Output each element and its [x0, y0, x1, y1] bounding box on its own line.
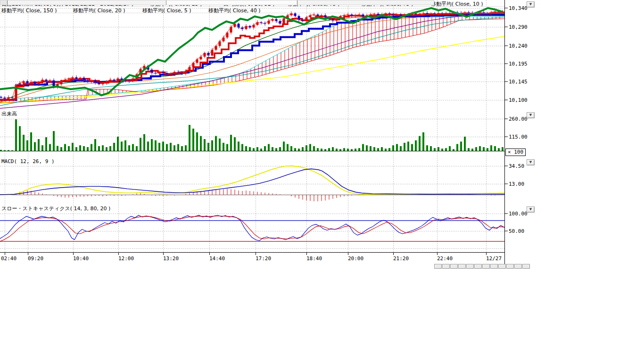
macd-panel-dropdown-button[interactable]: ▼ — [527, 159, 535, 165]
cloud-senkou-a-line — [0, 16, 504, 100]
scrollbar-thumb[interactable] — [166, 0, 297, 5]
stochastics-panel-dropdown-button[interactable]: ▼ — [527, 206, 535, 213]
legend-indicator-label: 移動平均( Close, 10 ) — [431, 0, 483, 8]
scrollbar-left-button[interactable] — [0, 0, 8, 5]
main-axis-label: 10,145 — [509, 79, 528, 85]
legend-indicator-label: 移動平均( Close, 20 ) — [73, 7, 125, 14]
toolbar-button-4[interactable] — [458, 264, 466, 269]
time-axis-label: 14:40 — [209, 255, 225, 262]
macd-line-yellow — [0, 166, 504, 195]
cloud-senkou-b-line — [0, 19, 504, 103]
macd-signal-line-blue — [0, 169, 504, 195]
toolbar-button-12[interactable] — [522, 264, 530, 269]
main-axis-label: 10,290 — [509, 24, 528, 30]
toolbar-button-6[interactable] — [474, 264, 482, 269]
stoch-axis-label: 50.00 — [509, 228, 524, 234]
time-axis-label: 12/27 — [486, 255, 502, 262]
time-axis-label: 20:00 — [348, 255, 363, 262]
legend-indicator-label: 移動平均( Close, 40 ) — [208, 7, 261, 14]
main-panel-dropdown-button[interactable]: ▼ — [527, 1, 535, 8]
time-axis-label: 13:20 — [163, 255, 179, 262]
toolbar-button-3[interactable] — [450, 264, 458, 269]
volume-multiplier-box: × 100 — [505, 148, 526, 156]
time-axis-label: 17:20 — [256, 255, 271, 262]
time-axis-label: 22:40 — [437, 255, 453, 262]
main-axis-label: 10,240 — [509, 43, 528, 49]
legend-indicator-label: 移動平均( Close, 5 ) — [142, 7, 191, 14]
time-axis-label: 09:20 — [28, 255, 43, 262]
toolbar-button-5[interactable] — [466, 264, 474, 269]
stochastics-panel-title: スロー・ストキャスティクス( 14, 3, 80, 20 ) — [1, 205, 110, 212]
stoch-percent-k-line — [0, 215, 504, 241]
toolbar-button-7[interactable] — [482, 264, 490, 269]
volume-panel-dropdown-button[interactable]: ▼ — [527, 112, 535, 118]
time-axis-label: 10:40 — [73, 255, 89, 262]
main-axis-label: 10,100 — [509, 97, 528, 103]
volume-axis-label: 115.00 — [509, 134, 528, 140]
macd-axis-label: 34.50 — [509, 163, 524, 169]
chart-canvas — [0, 0, 535, 270]
volume-panel-title: 出来高 — [1, 110, 17, 117]
ma75-line-b — [0, 12, 504, 108]
chart-application-window: { "header": { "row1": [ {"label": "日経225… — [0, 0, 644, 362]
volume-axis-label: 260.00 — [509, 116, 528, 122]
toolbar-button-11[interactable] — [514, 264, 522, 269]
time-axis-label: 18:40 — [306, 255, 322, 262]
toolbar-button-9[interactable] — [498, 264, 506, 269]
ma75-line-a — [0, 17, 504, 106]
stoch-axis-label: 100.00 — [509, 211, 528, 217]
toolbar-button-2[interactable] — [442, 264, 450, 269]
ichimoku-cloud — [2, 16, 500, 103]
kijun-thick-blue-line — [0, 15, 504, 100]
volume-bars — [0, 119, 504, 151]
time-axis-label: 12:00 — [118, 255, 134, 262]
time-axis-label: 21:20 — [393, 255, 409, 262]
horizontal-scrollbar[interactable] — [0, 0, 434, 5]
toolbar-button-8[interactable] — [490, 264, 498, 269]
toolbar-button-1[interactable] — [434, 264, 442, 269]
macd-axis-label: 13.00 — [509, 181, 524, 187]
ma5-line — [1, 11, 503, 99]
toolbar-button-10[interactable] — [506, 264, 514, 269]
legend-indicator-label: 移動平均( Close, 150 ) — [1, 7, 57, 14]
macd-panel-title: MACD( 12, 26, 9 ) — [1, 158, 55, 165]
main-axis-label: 10,195 — [509, 61, 528, 67]
bottom-toolbar — [434, 264, 530, 269]
main-axis-label: 10,340 — [509, 5, 528, 11]
time-axis-label: 02:40 — [1, 255, 17, 262]
